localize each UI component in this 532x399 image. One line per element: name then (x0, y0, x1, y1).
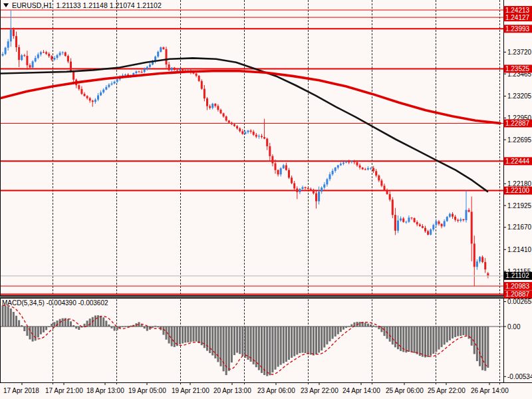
chart-canvas[interactable]: 1.237201.234651.232051.229501.226951.221… (0, 0, 532, 399)
svg-text:1.20887: 1.20887 (505, 291, 530, 298)
svg-text:1.22695: 1.22695 (507, 136, 532, 144)
moving-average-red (0, 71, 500, 124)
price-level-lines[interactable] (0, 10, 503, 294)
panel-borders (0, 0, 532, 383)
trading-chart-window: EURUSD,H1 1.21133 1.21148 1.21074 1.2110… (0, 0, 532, 399)
svg-text:25 Apr 06:00: 25 Apr 06:00 (386, 387, 424, 394)
svg-text:20 Apr 13:00: 20 Apr 13:00 (213, 387, 251, 394)
svg-text:1.21410: 1.21410 (507, 246, 532, 253)
svg-text:23 Apr 06:00: 23 Apr 06:00 (257, 387, 295, 394)
svg-text:18 Apr 13:00: 18 Apr 13:00 (86, 387, 124, 394)
chart-title-bar: EURUSD,H1 1.21133 1.21148 1.21074 1.2110… (3, 1, 162, 9)
svg-text:1.21670: 1.21670 (507, 223, 532, 231)
svg-text:17 Apr 21:00: 17 Apr 21:00 (45, 387, 83, 394)
svg-text:1.22444: 1.22444 (505, 158, 530, 165)
svg-text:25 Apr 22:00: 25 Apr 22:00 (428, 387, 466, 394)
svg-text:-0.005347: -0.005347 (507, 373, 532, 380)
svg-text:1.23720: 1.23720 (507, 49, 532, 56)
svg-text:1.20983: 1.20983 (505, 283, 530, 290)
svg-text:24 Apr 14:00: 24 Apr 14:00 (342, 387, 380, 394)
svg-text:0.002658: 0.002658 (507, 298, 532, 305)
svg-text:26 Apr 14:00: 26 Apr 14:00 (471, 387, 509, 394)
svg-text:1.21102: 1.21102 (505, 272, 529, 279)
svg-text:1.21925: 1.21925 (507, 202, 532, 209)
svg-text:19 Apr 05:00: 19 Apr 05:00 (128, 387, 166, 394)
symbol-quote-line: EURUSD,H1 1.21133 1.21148 1.21074 1.2110… (12, 1, 162, 9)
svg-text:0.00: 0.00 (507, 323, 521, 331)
svg-text:19 Apr 21:00: 19 Apr 21:00 (172, 387, 209, 394)
candlesticks (2, 10, 489, 286)
svg-text:17 Apr 2018: 17 Apr 2018 (3, 387, 39, 394)
chart-symbol-dropdown-icon (3, 3, 9, 7)
svg-text:1.23525: 1.23525 (505, 65, 530, 72)
macd-indicator-label: MACD(5,34,5) -0.004390 -0.003602 (2, 299, 108, 307)
svg-text:1.23205: 1.23205 (507, 92, 532, 100)
svg-text:1.22887: 1.22887 (505, 120, 530, 127)
svg-text:1.24213: 1.24213 (505, 7, 530, 14)
time-axis: 17 Apr 201817 Apr 21:0018 Apr 13:0019 Ap… (3, 382, 509, 394)
svg-text:1.22100: 1.22100 (505, 187, 530, 194)
svg-text:23 Apr 22:00: 23 Apr 22:00 (301, 387, 338, 394)
price-axis: 1.237201.234651.232051.229501.226951.221… (503, 49, 532, 380)
macd-histogram (0, 305, 503, 376)
svg-text:1.23993: 1.23993 (505, 25, 530, 33)
svg-text:1.24127: 1.24127 (505, 14, 530, 21)
